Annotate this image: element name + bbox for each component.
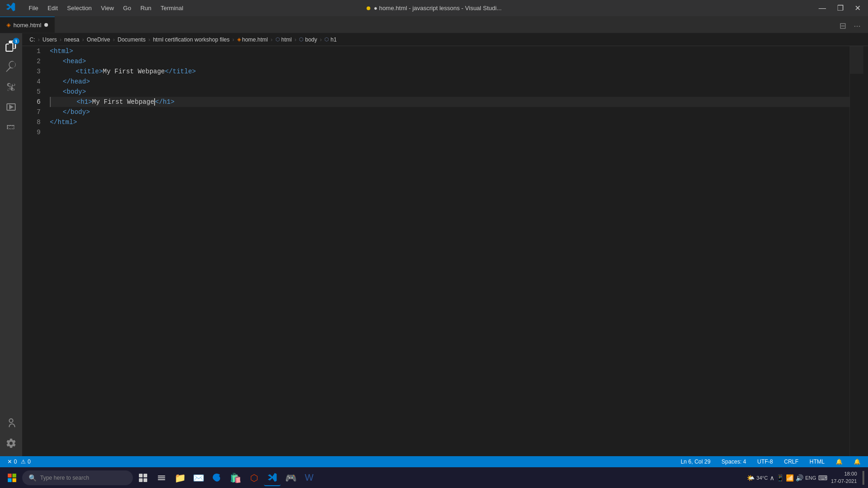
maximize-button[interactable]: ❐ <box>835 2 845 14</box>
menu-selection[interactable]: Selection <box>63 4 95 12</box>
status-position[interactable]: Ln 6, Col 29 <box>679 458 712 465</box>
bc-onedrive[interactable]: OneDrive <box>87 36 110 43</box>
status-eol[interactable]: CRLF <box>782 458 800 465</box>
taskbar-store[interactable]: 🛍️ <box>227 470 244 486</box>
modified-dot <box>366 6 370 10</box>
code-editor[interactable]: <html> <head> <title>My First Webpage</t… <box>45 46 850 456</box>
feedback-icon: 🔔 <box>836 458 843 465</box>
temperature-label: 34°C <box>756 475 768 481</box>
status-notifications[interactable]: 🔔 <box>852 458 862 465</box>
activity-run[interactable] <box>2 98 20 116</box>
activity-source-control[interactable] <box>2 77 20 96</box>
bc-file[interactable]: home.html <box>242 36 268 43</box>
status-feedback[interactable]: 🔔 <box>834 458 844 465</box>
bc-body[interactable]: body <box>305 36 317 43</box>
tray-weather[interactable]: 🌤️ <box>747 474 754 482</box>
line-7: 7 <box>22 107 41 117</box>
code-line-1: <html> <box>50 46 850 56</box>
line-col: Ln 6, Col 29 <box>681 458 711 465</box>
taskbar-task-view[interactable] <box>135 470 151 486</box>
vertical-scrollbar[interactable] <box>863 46 868 456</box>
menu-items: File Edit Selection View Go Run Terminal <box>25 4 187 12</box>
more-actions-button[interactable]: ··· <box>852 19 862 33</box>
search-input[interactable] <box>40 475 123 481</box>
svg-rect-10 <box>158 479 165 480</box>
taskbar-xbox[interactable]: 🎮 <box>282 470 299 486</box>
search-icon: 🔍 <box>29 474 36 482</box>
taskbar-file-explorer[interactable]: 📁 <box>172 470 188 486</box>
activity-account[interactable] <box>2 414 20 432</box>
code-line-2: <head> <box>50 56 850 66</box>
tray-chevron[interactable]: ∧ <box>770 474 774 482</box>
status-encoding[interactable]: UTF-8 <box>755 458 775 465</box>
start-button[interactable] <box>4 470 20 486</box>
activity-explorer[interactable]: 1 <box>2 37 20 55</box>
tab-unsaved-dot <box>44 23 48 27</box>
error-icon: ✕ <box>7 458 12 465</box>
taskbar-office[interactable]: ⬡ <box>245 470 262 486</box>
line-8: 8 <box>22 117 41 127</box>
close-button[interactable]: ✕ <box>853 2 862 14</box>
tray-notification-area[interactable]: 📱 <box>776 474 784 482</box>
bc-neesa[interactable]: neesa <box>64 36 79 43</box>
line-1: 1 <box>22 46 41 56</box>
tray-wifi[interactable]: 📶 <box>786 474 794 482</box>
tab-file-icon: ◈ <box>6 22 11 28</box>
minimize-button[interactable]: — <box>817 2 828 14</box>
system-clock[interactable]: 18:00 17-07-2021 <box>831 470 857 485</box>
warning-icon: ⚠ <box>21 458 26 465</box>
line-5: 5 <box>22 87 41 97</box>
menu-terminal[interactable]: Terminal <box>157 4 187 12</box>
bc-users[interactable]: Users <box>42 36 57 43</box>
line-3: 3 <box>22 66 41 77</box>
menu-file[interactable]: File <box>25 4 42 12</box>
activity-search[interactable] <box>2 57 20 76</box>
status-language[interactable]: HTML <box>808 458 826 465</box>
status-spaces[interactable]: Spaces: 4 <box>720 458 748 465</box>
code-line-4: </head> <box>50 77 850 87</box>
bc-html[interactable]: html <box>281 36 292 43</box>
taskbar-mail[interactable]: ✉️ <box>190 470 207 486</box>
taskbar-vscode[interactable] <box>264 470 281 486</box>
tray-volume[interactable]: 🔊 <box>796 474 803 482</box>
split-editor-button[interactable]: ⊟ <box>838 19 848 33</box>
title-bar: File Edit Selection View Go Run Terminal… <box>0 0 868 16</box>
bc-c[interactable]: C: <box>30 36 35 43</box>
taskbar-search[interactable]: 🔍 <box>22 470 133 485</box>
warning-count: 0 <box>28 458 31 465</box>
code-line-7: </body> <box>50 107 850 117</box>
svg-rect-5 <box>144 474 147 477</box>
svg-rect-4 <box>139 474 143 477</box>
menu-edit[interactable]: Edit <box>44 4 61 12</box>
taskbar-edge[interactable] <box>209 470 225 486</box>
explorer-badge: 1 <box>13 38 19 44</box>
bc-documents[interactable]: Documents <box>118 36 146 43</box>
editor-container[interactable]: 1 2 3 4 5 6 7 8 9 <html> <head> <title>M… <box>22 46 868 456</box>
code-line-3: <title>My First Webpage</title> <box>50 66 850 77</box>
breadcrumb: C: › Users › neesa › OneDrive › Document… <box>22 33 868 46</box>
bc-h1[interactable]: h1 <box>330 36 336 43</box>
status-right: Ln 6, Col 29 Spaces: 4 UTF-8 CRLF HTML 🔔… <box>679 458 862 465</box>
minimap <box>850 46 863 456</box>
menu-run[interactable]: Run <box>137 4 155 12</box>
status-bar: ✕ 0 ⚠ 0 Ln 6, Col 29 Spaces: 4 UTF-8 CRL… <box>0 456 868 467</box>
tab-home-html[interactable]: ◈ home.html <box>0 17 55 33</box>
menu-view[interactable]: View <box>97 4 118 12</box>
taskbar-apps[interactable] <box>153 470 170 486</box>
window-title: ● home.html - javascript lessons - Visua… <box>374 5 502 12</box>
svg-rect-0 <box>8 473 12 477</box>
title-bar-left: File Edit Selection View Go Run Terminal <box>6 2 187 14</box>
menu-go[interactable]: Go <box>120 4 135 12</box>
show-desktop[interactable] <box>862 471 864 485</box>
language-tray[interactable]: ENG <box>805 475 816 481</box>
status-errors[interactable]: ✕ 0 ⚠ 0 <box>6 458 32 465</box>
clock-time: 18:00 <box>831 470 857 477</box>
clock-date: 17-07-2021 <box>831 478 857 485</box>
tab-actions: ⊟ ··· <box>838 19 868 33</box>
taskbar-word[interactable]: W <box>301 470 317 486</box>
activity-extensions[interactable] <box>2 118 20 137</box>
notification-icon: 🔔 <box>854 458 861 465</box>
activity-settings[interactable] <box>2 434 20 452</box>
bc-workshop[interactable]: html certification workshop files <box>153 36 229 43</box>
tray-ime[interactable]: ⌨ <box>818 474 827 482</box>
